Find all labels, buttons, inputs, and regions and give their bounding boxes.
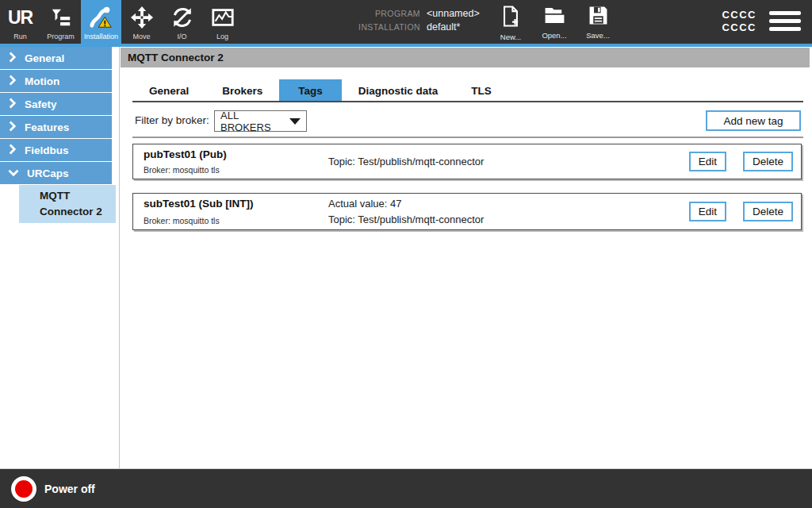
ur-logo-icon: UR xyxy=(8,3,33,32)
filter-by-broker-label: Filter by broker: xyxy=(135,110,209,131)
tab-bar: General Brokers Tags Diagnostic data TLS xyxy=(132,79,803,102)
nav-installation[interactable]: Installation xyxy=(81,0,121,44)
nav-io[interactable]: I/O xyxy=(162,0,202,44)
tag-topic: Topic: Test/publish/mqtt-connector xyxy=(328,214,484,225)
tag-topic: Topic: Test/publish/mqtt-connector xyxy=(328,156,484,167)
sidebar: General Motion Safety Features Fieldbus … xyxy=(0,47,120,468)
save-button[interactable]: Save... xyxy=(577,0,619,44)
dropdown-caret-icon xyxy=(289,118,301,125)
nav-log[interactable]: Log xyxy=(202,0,243,44)
hamburger-menu-icon[interactable] xyxy=(769,11,801,31)
program-value: <unnamed> xyxy=(427,8,480,19)
tag-name: pubTest01 (Pub) xyxy=(144,148,227,160)
tab-tags[interactable]: Tags xyxy=(279,79,342,101)
sidebar-item-fieldbus[interactable]: Fieldbus xyxy=(0,139,112,161)
power-status-button[interactable]: Power off xyxy=(11,469,95,508)
nav-run[interactable]: UR Run xyxy=(0,0,40,44)
chevron-right-icon xyxy=(8,144,17,157)
chevron-right-icon xyxy=(8,52,17,65)
chevron-right-icon xyxy=(8,121,17,134)
tab-general[interactable]: General xyxy=(132,79,205,101)
broker-filter-dropdown[interactable]: ALL BROKERS xyxy=(214,110,307,132)
program-icon xyxy=(50,3,72,32)
edit-button[interactable]: Edit xyxy=(689,202,726,221)
tab-tls[interactable]: TLS xyxy=(454,79,508,101)
tag-actual-value: Actual value: 47 xyxy=(328,198,484,210)
tag-row-pubtest01: pubTest01 (Pub) Broker: mosquitto tls To… xyxy=(132,144,802,179)
edit-button[interactable]: Edit xyxy=(689,152,726,171)
open-button[interactable]: Open... xyxy=(534,0,575,44)
program-info: PROGRAM <unnamed> INSTALLATION default* xyxy=(347,8,480,33)
sidebar-item-motion[interactable]: Motion xyxy=(0,70,112,92)
installation-label: INSTALLATION xyxy=(347,21,420,33)
chevron-right-icon xyxy=(8,75,17,88)
new-button[interactable]: New... xyxy=(490,0,531,44)
tag-name: subTest01 (Sub [INT]) xyxy=(144,198,254,210)
open-folder-icon xyxy=(544,6,565,29)
nav-move[interactable]: Move xyxy=(121,0,162,44)
sidebar-item-mqtt-connector-2[interactable]: MQTT Connector 2 xyxy=(19,185,116,223)
broker-filter-value: ALL BROKERS xyxy=(220,110,283,133)
tag-broker: Broker: mosquitto tls xyxy=(144,165,220,175)
sidebar-item-urcaps[interactable]: URCaps xyxy=(0,162,112,184)
page-title: MQTT Connector 2 xyxy=(121,48,810,67)
power-status-icon xyxy=(11,476,36,502)
top-bar: UR Run Program Installation Mo xyxy=(0,0,812,44)
new-file-icon xyxy=(501,6,520,30)
file-actions: New... Open... Save... xyxy=(490,0,619,44)
sidebar-item-general[interactable]: General xyxy=(0,47,112,69)
delete-button[interactable]: Delete xyxy=(743,202,793,221)
add-new-tag-button[interactable]: Add new tag xyxy=(706,110,801,131)
sidebar-item-safety[interactable]: Safety xyxy=(0,93,112,115)
main-panel: MQTT Connector 2 General Brokers Tags Di… xyxy=(120,47,812,468)
io-refresh-icon xyxy=(170,3,194,32)
installation-robot-icon xyxy=(89,3,114,32)
save-floppy-icon xyxy=(588,6,608,29)
tab-diagnostic-data[interactable]: Diagnostic data xyxy=(342,79,455,101)
tag-row-subtest01: subTest01 (Sub [INT]) Broker: mosquitto … xyxy=(132,193,802,230)
log-chart-icon xyxy=(211,3,235,32)
move-arrows-icon xyxy=(130,3,154,32)
sidebar-item-features[interactable]: Features xyxy=(0,116,112,138)
footer-bar: Power off Speed 100% Simulation xyxy=(0,468,812,508)
installation-value: default* xyxy=(427,21,480,33)
tag-broker: Broker: mosquitto tls xyxy=(144,216,220,225)
polyscope-screen: UR Run Program Installation Mo xyxy=(0,0,812,508)
delete-button[interactable]: Delete xyxy=(743,152,793,171)
chevron-right-icon xyxy=(8,98,17,111)
main-nav: UR Run Program Installation Mo xyxy=(0,0,243,44)
nav-program[interactable]: Program xyxy=(40,0,81,44)
account-badge: CCCC CCCC xyxy=(722,9,756,34)
power-status-label: Power off xyxy=(44,483,95,495)
program-label: PROGRAM xyxy=(347,8,420,19)
chevron-down-icon xyxy=(8,167,19,179)
filter-divider xyxy=(132,137,803,138)
tab-brokers[interactable]: Brokers xyxy=(205,79,279,101)
